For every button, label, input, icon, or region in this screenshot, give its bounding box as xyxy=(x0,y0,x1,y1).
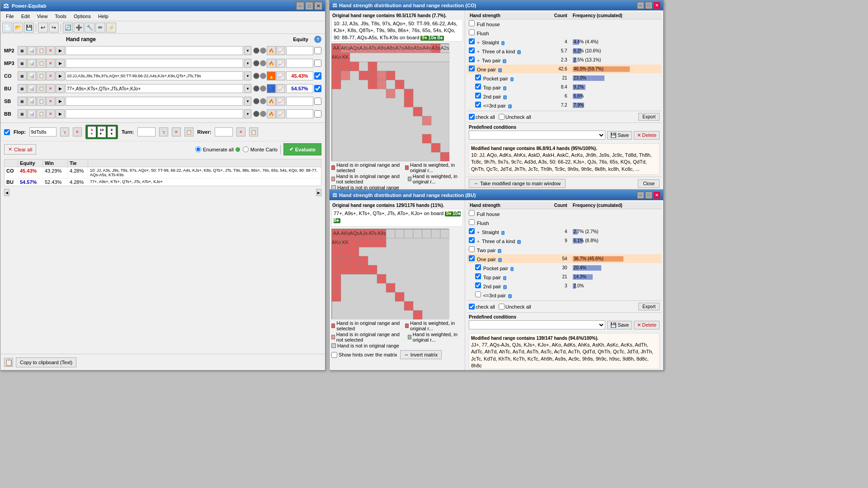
bu-color1[interactable] xyxy=(253,85,259,92)
menu-file[interactable]: File xyxy=(2,13,18,20)
mp2-chart-icon[interactable]: 📊 xyxy=(27,46,36,55)
co-grid-icon[interactable]: ▦ xyxy=(18,71,27,80)
co-color1[interactable] xyxy=(253,73,259,79)
toolbar-undo[interactable]: ↩ xyxy=(38,23,48,33)
mp2-grid-icon[interactable]: ▦ xyxy=(18,46,27,55)
bb-range-input[interactable] xyxy=(66,109,243,118)
sb-copy-icon[interactable]: 📋 xyxy=(37,97,46,106)
mp2-range-input[interactable] xyxy=(66,46,243,55)
hs-row-check-6[interactable] xyxy=(475,75,481,80)
hs-co-save-button[interactable]: 💾 Save xyxy=(607,131,632,140)
mp2-chart2-icon[interactable]: 📈 xyxy=(276,46,285,55)
bb-arrow-icon[interactable]: ▶ xyxy=(56,109,65,118)
turn-delete[interactable]: ✕ xyxy=(172,127,181,136)
hs-row-check-9[interactable] xyxy=(475,291,481,297)
hs-bu-delete-button[interactable]: ✕ Delete xyxy=(634,321,660,329)
mp3-copy-icon[interactable]: 📋 xyxy=(37,59,46,68)
co-checkbox[interactable] xyxy=(314,72,321,80)
co-fire-icon[interactable]: 🔥 xyxy=(267,71,276,80)
sb-delete-icon[interactable]: ✕ xyxy=(46,97,55,106)
hs-row-check-5[interactable] xyxy=(469,255,475,261)
mp3-fire-icon[interactable]: 🔥 xyxy=(267,59,276,68)
check-all-checkbox[interactable] xyxy=(469,114,475,120)
minimize-button[interactable]: ─ xyxy=(296,2,304,10)
bb-color2[interactable] xyxy=(260,111,266,117)
hs-co-delete-button[interactable]: ✕ Delete xyxy=(634,131,660,140)
bb-copy-icon[interactable]: 📋 xyxy=(37,109,46,118)
hs-co-predefined-dropdown[interactable] xyxy=(469,131,605,140)
co-arrow-icon[interactable]: ▶ xyxy=(56,71,65,80)
hs-bu-minimize[interactable]: ─ xyxy=(637,192,644,199)
sb-color1[interactable] xyxy=(253,98,259,104)
hs-bu-maximize[interactable]: □ xyxy=(645,192,652,199)
mp3-range-dropdown[interactable]: ▼ xyxy=(244,59,251,68)
sb-checkbox[interactable] xyxy=(314,98,321,105)
mp3-chart-icon[interactable]: 📊 xyxy=(27,59,36,68)
toolbar-filter[interactable]: 🔧 xyxy=(85,23,94,33)
monte-carlo-radio-input[interactable] xyxy=(243,146,249,152)
bb-delete-icon[interactable]: ✕ xyxy=(46,109,55,118)
bu-color2[interactable] xyxy=(260,85,266,92)
mp2-fire-icon[interactable]: 🔥 xyxy=(267,46,276,55)
hs-row-check-6[interactable] xyxy=(475,264,481,270)
hs-bu-close[interactable]: ✕ xyxy=(653,192,660,199)
flop-delete[interactable]: ✕ xyxy=(73,127,82,136)
hs-co-minimize[interactable]: ─ xyxy=(637,2,644,9)
hs-row-check-5[interactable] xyxy=(469,66,475,71)
sb-range-input[interactable] xyxy=(66,97,243,106)
river-delete[interactable]: ✕ xyxy=(236,127,245,136)
sb-color2[interactable] xyxy=(260,98,266,104)
co-color2[interactable] xyxy=(260,73,266,79)
bb-grid-icon[interactable]: ▦ xyxy=(18,109,27,118)
bu-fire-icon[interactable]: 🔵 xyxy=(267,84,276,93)
hs-co-close[interactable]: ✕ xyxy=(653,2,660,9)
bb-chart-icon[interactable]: 📊 xyxy=(27,109,36,118)
hs-row-check-2[interactable] xyxy=(469,38,475,44)
flop-input[interactable] xyxy=(29,127,57,136)
co-delete-icon[interactable]: ✕ xyxy=(46,71,55,80)
turn-input[interactable] xyxy=(137,127,156,136)
hs-row-check-7[interactable] xyxy=(475,84,481,89)
bu-uncheck-all-checkbox[interactable] xyxy=(499,304,505,310)
hs-row-check-1[interactable] xyxy=(469,219,475,225)
bu-show-hints-checkbox[interactable] xyxy=(331,352,337,358)
copy-to-clipboard-button[interactable]: Copy to clipboard (Text) xyxy=(16,357,76,367)
enumerate-all-radio-input[interactable] xyxy=(195,146,201,152)
sb-chart2-icon[interactable]: 📈 xyxy=(276,97,285,106)
bu-arrow-icon[interactable]: ▶ xyxy=(56,84,65,93)
bu-check-all-checkbox[interactable] xyxy=(469,304,475,310)
mp2-checkbox[interactable] xyxy=(314,47,321,54)
menu-edit[interactable]: Edit xyxy=(18,13,33,20)
equity-info-btn[interactable]: ? xyxy=(314,36,321,43)
menu-options[interactable]: Options xyxy=(70,13,94,20)
mp3-chart2-icon[interactable]: 📈 xyxy=(276,59,285,68)
hs-row-check-4[interactable] xyxy=(469,56,475,62)
bu-chart-icon[interactable]: 📊 xyxy=(27,84,36,93)
bu-range-input[interactable] xyxy=(66,84,243,93)
bu-invert-matrix-button[interactable]: ↔ Invert matrix xyxy=(400,350,442,359)
co-export-button[interactable]: Export xyxy=(638,113,660,121)
mp3-color2[interactable] xyxy=(260,60,266,66)
board-checkbox[interactable] xyxy=(4,129,10,135)
mp2-color2[interactable] xyxy=(260,47,266,54)
turn-copy[interactable]: 📋 xyxy=(184,127,193,136)
copy-icon[interactable]: 📋 xyxy=(4,358,13,367)
menu-help[interactable]: Help xyxy=(94,13,112,20)
hs-row-check-9[interactable] xyxy=(475,102,481,108)
mp3-color1[interactable] xyxy=(253,60,259,66)
mp3-checkbox[interactable] xyxy=(314,60,321,67)
mp3-range-input[interactable] xyxy=(66,59,243,68)
bu-export-button[interactable]: Export xyxy=(638,303,660,310)
bu-checkbox[interactable] xyxy=(314,85,321,92)
menu-view[interactable]: View xyxy=(33,13,52,20)
hs-row-check-0[interactable] xyxy=(469,20,475,26)
mp2-color1[interactable] xyxy=(253,47,259,54)
scroll-right-btn[interactable]: ► xyxy=(316,189,321,196)
toolbar-open[interactable]: 📂 xyxy=(13,23,23,33)
evaluate-button[interactable]: ✔ Evaluate xyxy=(283,143,321,155)
bu-grid-icon[interactable]: ▦ xyxy=(18,84,27,93)
hs-row-check-7[interactable] xyxy=(475,273,481,279)
hs-row-check-3[interactable] xyxy=(469,47,475,53)
toolbar-new[interactable]: 📄 xyxy=(2,23,12,33)
hs-bu-predefined-dropdown[interactable] xyxy=(469,320,605,329)
